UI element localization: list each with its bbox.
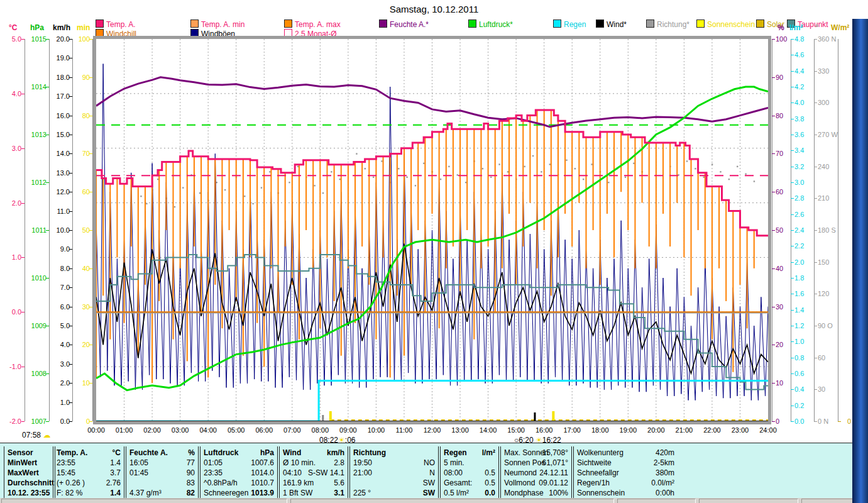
legend-label: Wind* (607, 20, 627, 29)
table-cell-value: 77 (187, 458, 195, 467)
axis-tick (791, 230, 794, 231)
x-tick-label: 10:00 (362, 426, 390, 434)
direction-dot (146, 203, 147, 204)
table-row: 4.37 g/m³82 (126, 488, 198, 498)
pressure-axis-tick-label: 1008 (28, 370, 47, 377)
direction-dot (174, 206, 175, 207)
axis-tick (814, 39, 817, 40)
x-tick-label: 06:00 (250, 426, 278, 434)
legend-color-box (696, 19, 705, 28)
rain-axis-tick-label: 1.8 (794, 275, 804, 282)
table-cell-value: 90 (187, 468, 195, 477)
x-tick-label: 14:00 (475, 426, 502, 434)
rain-axis-tick-label: 3.0 (794, 179, 804, 186)
rain-axis-tick-label: 2.6 (794, 211, 804, 218)
direction-dot (406, 177, 407, 178)
direction-axis-tick-label: 270 W (818, 131, 838, 138)
x-tick-label: 18:00 (586, 426, 614, 434)
series-windboeen (96, 64, 768, 401)
temperature-axis-tick-label: 5.0 (0, 36, 21, 43)
temperature-axis-tick-label: -2.0 (0, 418, 21, 425)
table-row: SW (350, 478, 438, 488)
legend-color-box (190, 19, 199, 28)
axis-tick (791, 150, 794, 151)
wind-axis-tick-label: 13.0 (50, 170, 70, 177)
status-bar (0, 498, 852, 503)
table-cell-value: % (188, 448, 195, 457)
statusbar-segment (617, 499, 696, 503)
axis-tick (814, 326, 817, 326)
axis-tick (814, 198, 817, 199)
wind-axis-tick-label: 11.0 (50, 208, 70, 215)
wind-axis-tick-label: 14.0 (50, 150, 70, 157)
table-row: 01:051007.6 (201, 458, 277, 468)
table-cell-value: 5.6 (334, 478, 344, 487)
table-row: Schneefallgr380m (574, 468, 853, 478)
table-cell-value: 0.5 (485, 468, 495, 477)
axis-tick (772, 39, 775, 40)
table-cell-value: NO (424, 458, 435, 467)
legend-label: Feuchte A.* (390, 20, 429, 29)
table-row: Mondphase100% (501, 488, 571, 498)
temperature-axis-unit: °C (9, 23, 17, 32)
table-cell-value: 09.01.12 (539, 478, 568, 487)
table-cell-label: 10.12. 23:55 (8, 489, 50, 497)
table-cell-value: 82 (187, 489, 195, 497)
wind-axis-tick-label: 3.0 (50, 361, 70, 368)
table-row: 10.12. 23:55 (4, 488, 55, 498)
axis-tick (21, 94, 25, 94)
direction-dot (549, 163, 551, 165)
direction-dot (244, 196, 245, 197)
table-cell-label: 01:05 (204, 458, 222, 467)
x-tick-label: 16:00 (530, 426, 558, 434)
table-cell-label: Gesamt: (444, 478, 472, 487)
direction-axis-tick-label: 330 (818, 68, 829, 75)
table-cell-label: 15:45 (57, 468, 75, 477)
direction-dot (633, 163, 634, 164)
direction-dot (608, 182, 609, 183)
legend-item-luftdruck-: Luftdruck* (468, 19, 513, 27)
table-row: Durchschnitt (4, 478, 55, 488)
rain-axis-unit: l/m² (789, 23, 803, 32)
table-cell-label: Neumond (504, 468, 537, 477)
direction-dot (252, 203, 253, 204)
axis-tick (791, 389, 794, 390)
table-cell-value: 3.1 (334, 489, 344, 497)
legend-label: Temp. A. max (295, 20, 341, 29)
direction-dot (695, 168, 696, 169)
table-cell-value: 420m (637, 448, 674, 457)
humidity-axis-tick-label: 30 (776, 304, 783, 311)
table-cell-label: 21:00 (353, 468, 372, 477)
table-cell-value: S-SW 14.1 (308, 468, 344, 477)
table-cell-label: 04:10 (283, 468, 302, 477)
direction-dot (182, 187, 184, 188)
direction-axis-tick-label: 150 (818, 259, 829, 266)
direction-axis-tick-label: 0 N (818, 418, 828, 425)
x-tick-label: 15:00 (502, 426, 530, 434)
x-tick-label: 24:00 (754, 426, 782, 434)
table-row: Max. Sonnen15,708° (501, 448, 571, 458)
legend-item-regen: Regen (553, 19, 586, 27)
direction-dot (224, 189, 226, 191)
direction-dot (524, 166, 525, 167)
table-cell-value: -61,071° (540, 458, 569, 467)
table-cell-label: Luftdruck (204, 448, 238, 457)
x-tick-label: 21:00 (670, 426, 698, 434)
table-cell-value: 1013.9 (251, 489, 274, 497)
axis-rail (25, 39, 25, 421)
table-cell-value: km/h (327, 448, 344, 457)
chart-plot-area[interactable] (96, 39, 768, 421)
axis-tick (814, 294, 817, 294)
axis-tick (21, 39, 25, 40)
table-cell-value: 2.8 (334, 458, 344, 467)
axis-tick (814, 167, 817, 167)
axis-tick (772, 268, 775, 269)
table-row: 23:551.4 (53, 458, 124, 468)
table-row: 83 (126, 478, 198, 488)
table-cell-label: Temp. A. (57, 448, 87, 457)
table-row: Gesamt:0.5 (441, 478, 498, 488)
wind-axis-tick-label: 1.0 (50, 399, 70, 406)
table-row: Sonnen Pos-61,071° (501, 458, 571, 468)
statusbar-segment (1, 499, 287, 503)
legend-color-box (379, 19, 387, 28)
